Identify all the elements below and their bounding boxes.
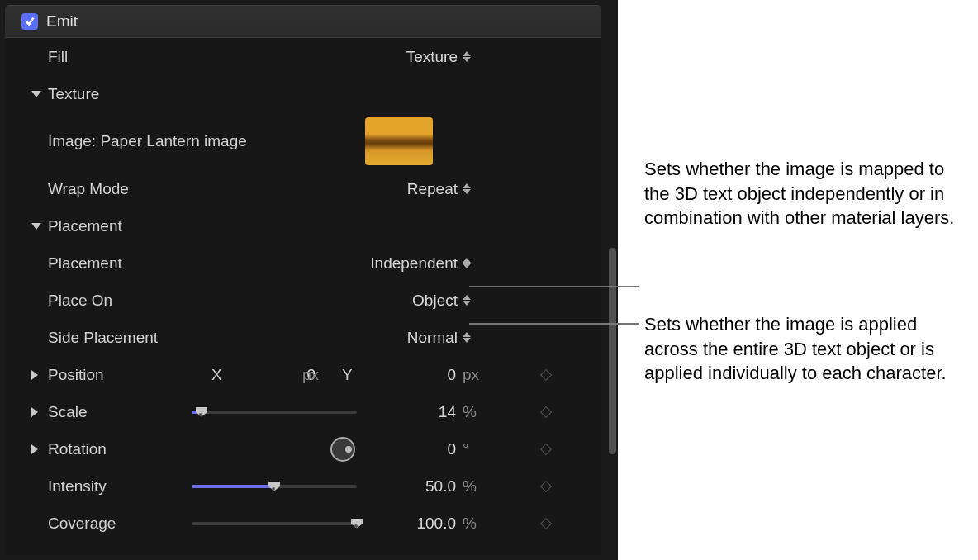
keyframe-icon[interactable]	[540, 406, 552, 417]
rotation-dial[interactable]	[330, 437, 355, 462]
scale-label: Scale	[48, 403, 88, 421]
keyframe-icon[interactable]	[540, 443, 552, 454]
emit-label: Emit	[46, 12, 78, 31]
place-on-annotation: Sets whether the image is applied across…	[644, 312, 975, 386]
image-row: Image: Paper Lantern image	[5, 112, 601, 170]
rotation-label: Rotation	[48, 440, 107, 458]
position-x-label: X	[211, 366, 222, 384]
wrap-mode-label: Wrap Mode	[48, 180, 129, 198]
placement-section-header[interactable]: Placement	[5, 207, 601, 244]
scrollbar[interactable]	[606, 248, 618, 553]
texture-section-header[interactable]: Texture	[5, 75, 601, 112]
updown-icon	[463, 332, 471, 343]
side-placement-popup[interactable]: Normal	[407, 329, 471, 347]
placement-section-label: Placement	[31, 217, 122, 235]
place-on-popup[interactable]: Object	[412, 292, 471, 310]
annotation-area: Sets whether the image is mapped to the …	[618, 0, 978, 560]
rotation-row: Rotation 0 °	[5, 430, 601, 467]
side-placement-value: Normal	[407, 329, 458, 347]
intensity-row: Intensity 50.0 %	[5, 467, 601, 505]
intensity-slider[interactable]	[192, 485, 357, 488]
keyframe-icon[interactable]	[540, 368, 552, 380]
intensity-value-col[interactable]: 50.0 %	[408, 477, 482, 496]
scale-slider[interactable]	[192, 411, 357, 414]
scale-value-col[interactable]: 14 %	[408, 403, 482, 421]
chevron-down-icon	[31, 91, 41, 97]
wrap-mode-popup[interactable]: Repeat	[407, 180, 471, 198]
texture-section-label: Texture	[31, 85, 99, 103]
leader-line	[469, 323, 639, 325]
fill-label: Fill	[48, 48, 68, 66]
chevron-right-icon	[31, 444, 38, 454]
position-y-value-col[interactable]: 0 px	[408, 366, 482, 384]
image-label: Image: Paper Lantern image	[48, 132, 247, 150]
emit-header: Emit	[5, 5, 601, 38]
placement-row: Placement Independent	[5, 244, 601, 282]
image-name: Paper Lantern image	[100, 132, 246, 149]
chevron-right-icon	[31, 370, 38, 380]
scrollbar-thumb[interactable]	[609, 248, 616, 454]
placement-popup[interactable]: Independent	[370, 254, 471, 273]
position-row: Position X 0 px Y 0 px	[5, 356, 601, 393]
side-placement-label: Side Placement	[48, 329, 158, 347]
scale-row: Scale 14 %	[5, 393, 601, 430]
position-y-label: Y	[342, 366, 353, 384]
chevron-down-icon	[31, 223, 41, 230]
keyframe-icon[interactable]	[540, 517, 552, 529]
placement-annotation: Sets whether the image is mapped to the …	[644, 157, 966, 230]
coverage-row: Coverage 100.0 %	[5, 505, 601, 542]
placement-value: Independent	[370, 254, 458, 273]
intensity-label: Intensity	[48, 477, 107, 496]
updown-icon	[463, 295, 471, 306]
fill-row: Fill Texture	[5, 38, 601, 75]
placement-label: Placement	[48, 254, 122, 273]
chevron-right-icon	[31, 407, 38, 417]
wrap-mode-row: Wrap Mode Repeat	[5, 170, 601, 207]
updown-icon	[463, 51, 471, 62]
keyframe-icon[interactable]	[540, 480, 552, 491]
updown-icon	[463, 258, 471, 268]
coverage-slider[interactable]	[192, 522, 357, 525]
texture-thumbnail[interactable]	[365, 117, 433, 165]
rotation-value-col[interactable]: 0 °	[408, 440, 482, 458]
fill-value: Texture	[406, 48, 458, 66]
checkmark-icon	[24, 16, 36, 27]
place-on-label: Place On	[48, 292, 112, 310]
fill-popup[interactable]: Texture	[406, 48, 471, 66]
position-x-unit: px	[302, 366, 319, 384]
position-label: Position	[48, 366, 104, 384]
coverage-value-col[interactable]: 100.0 %	[408, 515, 482, 533]
emit-checkbox[interactable]	[21, 13, 38, 30]
updown-icon	[463, 183, 471, 194]
place-on-value: Object	[412, 292, 458, 310]
wrap-mode-value: Repeat	[407, 180, 458, 198]
leader-line	[469, 286, 639, 287]
coverage-label: Coverage	[48, 515, 116, 533]
